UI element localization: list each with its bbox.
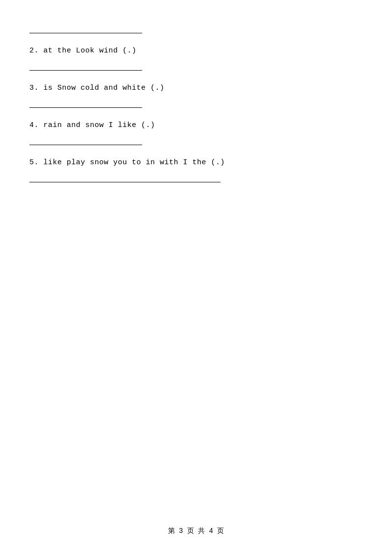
page-footer: 第 3 页 共 4 页 (0, 527, 392, 535)
exercise-item-2: 2. at the Look wind (.) (29, 45, 363, 57)
answer-line-5 (29, 174, 220, 182)
page-content: 2. at the Look wind (.)3. is Snow cold a… (0, 0, 392, 214)
answer-line-top (29, 25, 142, 33)
answer-line-4 (29, 136, 142, 145)
answer-line-2 (29, 62, 142, 71)
exercise-text-4: 4. rain and snow I like (.) (29, 120, 363, 131)
footer-text: 第 3 页 共 4 页 (168, 527, 224, 535)
exercise-item-4: 4. rain and snow I like (.) (29, 120, 363, 131)
exercise-text-2: 2. at the Look wind (.) (29, 45, 363, 57)
exercise-text-3: 3. is Snow cold and white (.) (29, 82, 363, 94)
exercise-item-5: 5. like play snow you to in with I the (… (29, 157, 363, 169)
exercise-item-3: 3. is Snow cold and white (.) (29, 82, 363, 94)
answer-line-3 (29, 99, 142, 108)
exercise-text-5: 5. like play snow you to in with I the (… (29, 157, 363, 169)
